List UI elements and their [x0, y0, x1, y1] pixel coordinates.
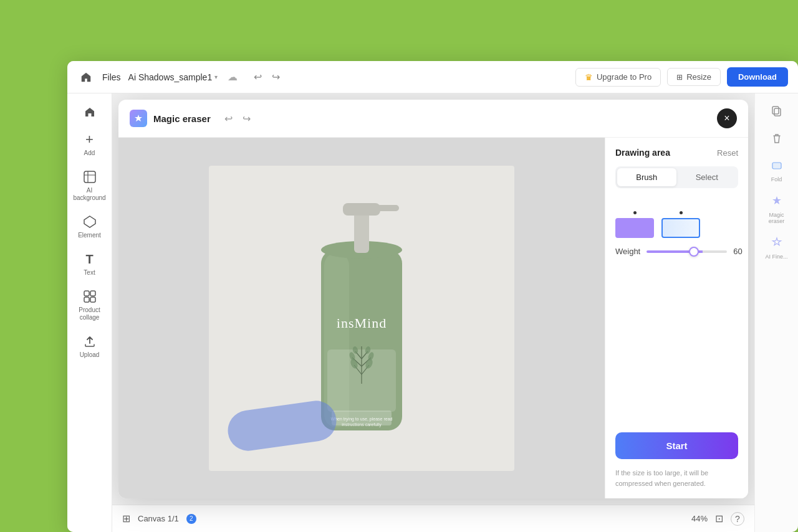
help-icon[interactable]: ?: [731, 512, 744, 526]
svg-rect-31: [774, 108, 781, 116]
home-icon[interactable]: [77, 69, 95, 86]
fold-icon: [771, 159, 783, 174]
add-icon: +: [82, 132, 97, 147]
sidebar-item-upload-label: Upload: [80, 351, 100, 359]
drawing-area-title: Drawing area: [615, 148, 670, 158]
project-name[interactable]: Ai Shadows_sample1 ▾: [128, 72, 218, 82]
product-image-container: insMind: [209, 166, 514, 471]
svg-marker-1: [84, 216, 95, 227]
sidebar-item-text[interactable]: T Text: [71, 247, 108, 282]
svg-rect-10: [354, 209, 369, 253]
svg-rect-2: [84, 291, 89, 296]
right-panel-ai-fine[interactable]: AI Fine...: [759, 232, 794, 265]
magic-eraser-modal-icon: [130, 110, 147, 127]
download-button[interactable]: Download: [727, 67, 788, 87]
copy-icon: [771, 105, 783, 120]
sidebar-item-home[interactable]: [71, 100, 108, 125]
layers-icon[interactable]: ⊞: [122, 513, 130, 525]
svg-text:When trying to use, please rea: When trying to use, please read: [331, 417, 393, 422]
modal-header-actions: ↩ ↪: [222, 110, 253, 127]
sidebar-item-ai-background[interactable]: AIbackground: [71, 164, 108, 207]
svg-rect-3: [90, 291, 95, 296]
redo-button[interactable]: ↪: [268, 69, 284, 85]
right-panel-trash[interactable]: [759, 127, 794, 152]
canvas-count-badge: 2: [186, 514, 196, 524]
start-button[interactable]: Start: [615, 432, 738, 459]
bottom-bar: ⊞ Canvas 1/1 2 44% ⊡ ?: [112, 505, 754, 532]
resize-button[interactable]: ⊞ Resize: [667, 68, 721, 86]
magic-eraser-panel-label: Magiceraser: [769, 212, 785, 224]
topbar: Files Ai Shadows_sample1 ▾ ☁ ↩ ↪ ♛ Upgra…: [67, 61, 798, 93]
modal-right-panel: Drawing area Reset Brush Select: [605, 138, 748, 498]
weight-slider[interactable]: [647, 250, 727, 253]
brush-size-large[interactable]: [661, 197, 700, 238]
product-collage-icon: [82, 289, 97, 304]
upgrade-button[interactable]: ♛ Upgrade to Pro: [575, 68, 661, 87]
bottle-wrapper: insMind: [209, 166, 514, 471]
svg-rect-5: [90, 297, 95, 302]
sidebar-item-element[interactable]: Element: [71, 209, 108, 244]
fit-icon[interactable]: ⊡: [715, 513, 723, 525]
reset-button[interactable]: Reset: [717, 148, 738, 158]
right-panel-fold[interactable]: Fold: [759, 154, 794, 188]
large-brush-dot: [680, 211, 683, 214]
brush-tab[interactable]: Brush: [617, 168, 676, 186]
ai-fine-icon: [771, 237, 783, 252]
sidebar-item-ai-background-label: AIbackground: [73, 187, 105, 202]
app-body: + Add AIbackground Element T Text: [67, 93, 798, 532]
large-brush-swatch: [661, 218, 700, 238]
svg-rect-12: [377, 205, 399, 211]
resize-icon: ⊞: [676, 73, 683, 82]
canvas-label: Canvas 1/1: [138, 514, 179, 523]
right-panel-magic-eraser[interactable]: Magiceraser: [759, 190, 794, 229]
modal-overlay: Magic eraser ↩ ↪ ×: [112, 93, 754, 505]
modal-close-button[interactable]: ×: [717, 108, 737, 128]
panel-spacer: [615, 265, 738, 424]
left-sidebar: + Add AIbackground Element T Text: [67, 93, 112, 532]
sidebar-item-product-collage[interactable]: Productcollage: [71, 284, 108, 326]
modal-redo-button[interactable]: ↪: [240, 110, 253, 127]
ai-background-icon: [82, 169, 97, 184]
undo-button[interactable]: ↩: [250, 69, 266, 85]
sidebar-item-add-label: Add: [84, 150, 95, 157]
right-panel: Fold Magiceraser AI Fine...: [754, 93, 798, 532]
weight-value: 60: [733, 247, 742, 256]
crown-icon: ♛: [585, 72, 593, 82]
magic-eraser-modal: Magic eraser ↩ ↪ ×: [118, 100, 748, 498]
modal-canvas[interactable]: insMind: [118, 138, 605, 498]
files-label[interactable]: Files: [102, 72, 121, 82]
small-brush-dot: [633, 211, 637, 214]
svg-rect-32: [772, 107, 779, 114]
upload-icon: [82, 334, 97, 349]
sidebar-item-upload[interactable]: Upload: [71, 329, 108, 364]
zoom-level: 44%: [691, 514, 708, 523]
sidebar-item-text-label: Text: [84, 269, 95, 277]
app-window: Files Ai Shadows_sample1 ▾ ☁ ↩ ↪ ♛ Upgra…: [67, 61, 798, 532]
small-brush-swatch: [615, 218, 654, 238]
magic-eraser-panel-icon: [771, 195, 783, 210]
modal-title: Magic eraser: [153, 113, 211, 124]
select-tab[interactable]: Select: [678, 168, 737, 186]
svg-rect-0: [84, 171, 95, 183]
modal-header: Magic eraser ↩ ↪ ×: [118, 100, 748, 138]
tool-tabs: Brush Select: [615, 166, 738, 188]
sidebar-item-element-label: Element: [78, 232, 101, 239]
cloud-icon[interactable]: ☁: [228, 71, 238, 83]
right-panel-copy[interactable]: [759, 100, 794, 125]
disclaimer-text: If the size is too large, it will be com…: [615, 468, 738, 488]
svg-text:insMind: insMind: [337, 315, 387, 331]
weight-row: Weight 60: [615, 247, 738, 256]
modal-undo-button[interactable]: ↩: [222, 110, 235, 127]
trash-icon: [771, 132, 783, 147]
element-icon: [82, 214, 97, 229]
sidebar-item-product-collage-label: Productcollage: [79, 306, 100, 321]
project-chevron-icon: ▾: [214, 74, 218, 80]
text-icon: T: [82, 252, 97, 267]
weight-label: Weight: [615, 247, 640, 256]
svg-rect-11: [343, 203, 380, 216]
svg-rect-33: [772, 163, 781, 169]
brush-size-small[interactable]: [615, 197, 654, 238]
modal-body: insMind: [118, 138, 748, 498]
sidebar-item-add[interactable]: + Add: [71, 127, 108, 162]
svg-rect-4: [84, 297, 89, 302]
